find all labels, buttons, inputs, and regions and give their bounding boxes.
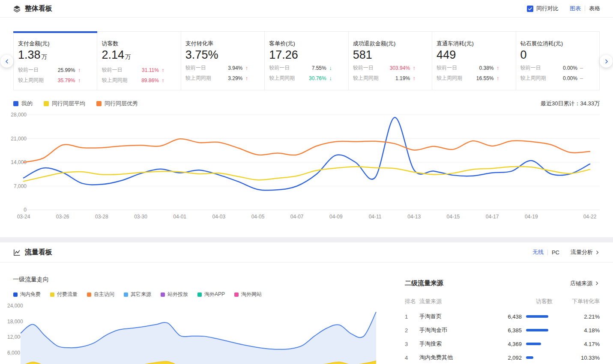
source-rank: 3: [405, 341, 419, 347]
layers-icon: [13, 5, 21, 13]
metric-card-4[interactable]: 客单价(元)17.26较前一日7.55%↓较上周同期30.76%↓: [265, 31, 348, 90]
legend-item-5[interactable]: 站外投放: [161, 291, 188, 298]
change-label: 较上周同期: [269, 75, 295, 82]
visitors-bar: [526, 356, 533, 359]
metric-card-2[interactable]: 访客数2.14万较前一日31.11%↑较上周同期89.86%↑: [97, 31, 181, 90]
change-value: 16.55%: [476, 75, 494, 81]
legend-item-1[interactable]: 淘内免费: [13, 291, 41, 298]
source-conversion: 10.33%: [553, 355, 600, 361]
y-axis-tick: 18,000: [7, 319, 23, 325]
metric-value: 17.26: [269, 48, 332, 61]
visitors-bar: [526, 343, 541, 345]
change-label: 较前一日: [353, 64, 374, 72]
metric-card-5[interactable]: 成功退款金额(元)581较前一日303.94%↑较上周同期1.19%↑: [349, 31, 432, 90]
legend-item-2[interactable]: 付费流量: [50, 291, 78, 298]
trend-up-icon: ↑: [75, 77, 81, 84]
trend-up-icon: ↑: [410, 75, 416, 81]
x-axis-tick: 04-07: [290, 214, 304, 220]
metric-label: 支付转化率: [185, 40, 248, 48]
metric-change-row: 较上周同期30.76%↓: [269, 75, 332, 82]
x-axis-tick: 04-17: [486, 214, 499, 220]
metric-label: 成功退款金额(元): [353, 40, 416, 48]
x-axis-tick: 04-05: [251, 214, 265, 220]
peer-compare-checkbox[interactable]: [527, 6, 533, 12]
legend-swatch: [13, 101, 18, 106]
change-value: 0.00%: [563, 75, 577, 81]
change-label: 较前一日: [437, 64, 457, 72]
metric-label: 钻石展位消耗(元): [520, 40, 583, 48]
metric-change-row: 较上周同期16.55%↑: [437, 75, 499, 82]
metric-card-6[interactable]: 直通车消耗(元)449较前一日0.38%↑较上周同期16.55%↑: [432, 31, 516, 90]
shop-source-link[interactable]: 店铺来源: [570, 280, 600, 287]
legend-item-3[interactable]: 同行同层优秀: [96, 100, 138, 107]
legend-label: 淘内免费: [20, 291, 41, 298]
sources-title: 二级流量来源: [405, 279, 443, 287]
change-value: 0.00%: [563, 65, 577, 71]
legend-item-7[interactable]: 淘外网站: [234, 291, 262, 298]
traffic-analysis-link[interactable]: 流量分析: [571, 248, 600, 256]
series-line: [24, 117, 590, 190]
tab-divider: [547, 250, 548, 255]
legend-swatch: [234, 292, 239, 297]
source-rank: 2: [405, 327, 419, 334]
cards-prev-button[interactable]: [0, 55, 13, 68]
traffic-title: 流量看板: [25, 248, 52, 257]
legend-swatch: [13, 292, 18, 297]
x-axis-tick: 04-11: [369, 214, 382, 220]
source-name: 手淘淘金币: [419, 326, 488, 334]
visitors-bar-cell: [522, 329, 553, 331]
x-axis-tick: 03-26: [56, 214, 69, 220]
legend-label: 其它来源: [131, 291, 151, 298]
tab-pc[interactable]: PC: [552, 249, 559, 256]
legend-swatch: [87, 292, 91, 297]
col-source: 流量来源: [419, 298, 488, 305]
visitors-bar: [526, 315, 548, 318]
visitors-bar: [526, 329, 548, 331]
metric-change-row: 较上周同期0.00%–: [520, 75, 583, 82]
secondary-traffic-sources: 二级流量来源 店铺来源 排名 流量来源 访客数 下单转化率 1手淘首页6,438…: [405, 279, 600, 364]
sources-table-header: 排名 流量来源 访客数 下单转化率: [405, 298, 600, 305]
chevron-right-icon: [594, 280, 600, 286]
traffic-panel: 流量看板 无线 PC 流量分析 一级流量走向 淘内免费付费流量自主访问其它来源站…: [0, 242, 613, 364]
metric-change-row: 较上周同期35.79%↑: [18, 77, 81, 84]
legend-item-4[interactable]: 其它来源: [124, 291, 151, 298]
source-row-2: 2手淘淘金币6,3854.18%: [405, 323, 600, 337]
view-chart-toggle[interactable]: 图表: [570, 5, 581, 12]
x-axis-tick: 04-09: [329, 214, 343, 220]
metric-value: 581: [353, 48, 416, 61]
change-value: 35.79%: [58, 78, 75, 84]
source-visitors: 6,385: [488, 327, 522, 334]
view-table-toggle[interactable]: 表格: [589, 5, 600, 12]
traffic-trend-chart[interactable]: 6,00012,00018,00024,000: [0, 300, 386, 364]
tab-wireless[interactable]: 无线: [532, 248, 544, 256]
trend-chart-icon: [13, 248, 21, 257]
legend-label: 我的: [21, 100, 33, 107]
legend-label: 淘外网站: [241, 291, 262, 298]
metric-card-3[interactable]: 支付转化率3.75%较前一日3.94%↑较上周同期3.29%↑: [181, 31, 265, 90]
change-value: 303.94%: [390, 65, 410, 71]
metric-card-7[interactable]: 钻石展位消耗(元)0较前一日0.00%–较上周同期0.00%–: [516, 31, 600, 90]
metric-unit: 万: [42, 54, 47, 60]
overview-trend-chart[interactable]: 07,00014,00021,00028,00003-2403-2603-280…: [0, 110, 613, 225]
x-axis-tick: 04-19: [525, 214, 538, 220]
metric-value: 2.14万: [102, 48, 164, 63]
legend-item-3[interactable]: 自主访问: [87, 291, 114, 298]
legend-item-1[interactable]: 我的: [13, 100, 33, 107]
legend-label: 同行同层优秀: [105, 100, 138, 107]
source-conversion: 4.17%: [553, 341, 600, 347]
metric-card-1[interactable]: 支付金额(元)1.38万较前一日25.99%↑较上周同期35.79%↑: [13, 31, 97, 90]
legend-item-2[interactable]: 同行同层平均: [44, 100, 85, 107]
visitors-bar-cell: [522, 356, 553, 359]
peer-compare-label[interactable]: 同行对比: [536, 5, 559, 12]
series-line: [24, 139, 590, 162]
metric-change-row: 较前一日303.94%↑: [353, 64, 416, 72]
legend-label: 付费流量: [57, 291, 78, 298]
source-row-3: 3手淘搜索4,3694.17%: [405, 337, 600, 351]
toggle-divider: [585, 6, 585, 11]
source-rank: 4: [405, 355, 419, 361]
change-label: 较上周同期: [102, 77, 127, 84]
cards-next-button[interactable]: [600, 55, 613, 68]
legend-item-6[interactable]: 淘外APP: [197, 291, 225, 298]
no-change-dash: –: [577, 65, 583, 71]
metric-value: 1.38万: [18, 48, 81, 63]
